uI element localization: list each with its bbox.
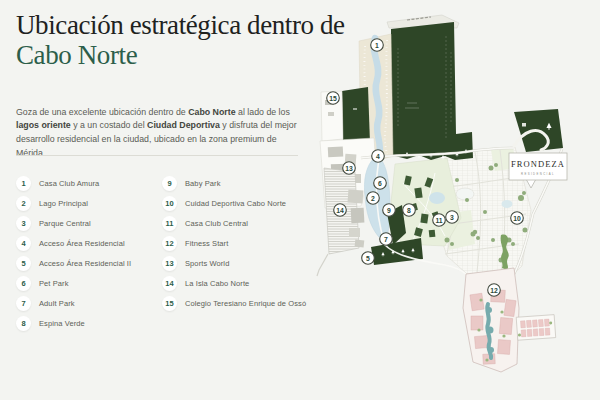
legend-number-chip: 4 bbox=[16, 236, 31, 251]
map-marker-5[interactable]: 5 bbox=[362, 252, 375, 265]
legend-number-chip: 14 bbox=[162, 276, 177, 291]
svg-text:15: 15 bbox=[329, 95, 337, 102]
legend-item-14: 14La Isla Cabo Norte bbox=[162, 276, 308, 291]
legend-item-3: 3Parque Central bbox=[16, 216, 162, 231]
map-marker-15[interactable]: 15 bbox=[327, 92, 340, 105]
legend-item-8: 8Espina Verde bbox=[16, 316, 162, 331]
intro-text: y a un costado del bbox=[71, 120, 147, 130]
svg-text:7: 7 bbox=[384, 236, 388, 243]
legend-item-10: 10Cuidad Deportiva Cabo Norte bbox=[162, 196, 308, 211]
site-map: FRONDEZA RESIDENCIAL 1234567891011121314… bbox=[295, 8, 585, 380]
legend-item-label: Casa Club Amura bbox=[39, 179, 99, 188]
map-south-band bbox=[371, 238, 423, 265]
frondeza-label-title: FRONDEZA bbox=[511, 159, 565, 169]
legend-item-4: 4Acceso Área Residencial bbox=[16, 236, 162, 251]
svg-text:14: 14 bbox=[336, 207, 344, 214]
legend-item-label: Espina Verde bbox=[39, 319, 85, 328]
legend-number-chip: 9 bbox=[162, 176, 177, 191]
legend-item-11: 11Casa Club Central bbox=[162, 216, 308, 231]
intro-bold-text: lagos oriente bbox=[16, 120, 71, 130]
intro-bold-text: Ciudad Deportiva bbox=[147, 120, 220, 130]
legend-number-chip: 13 bbox=[162, 256, 177, 271]
legend-item-label: Sports World bbox=[185, 259, 229, 268]
map-golf-area bbox=[391, 22, 473, 160]
amenities-legend: 1Casa Club Amura2Lago Principal3Parque C… bbox=[16, 176, 308, 336]
map-marker-13[interactable]: 13 bbox=[343, 162, 356, 175]
legend-item-label: Adult Park bbox=[39, 299, 75, 308]
map-west-green-block bbox=[342, 87, 370, 145]
legend-item-label: Lago Principal bbox=[39, 199, 88, 208]
legend-number-chip: 11 bbox=[162, 216, 177, 231]
legend-number-chip: 2 bbox=[16, 196, 31, 211]
legend-item-label: Parque Central bbox=[39, 219, 91, 228]
legend-item-13: 13Sports World bbox=[162, 256, 308, 271]
legend-number-chip: 5 bbox=[16, 256, 31, 271]
map-marker-2[interactable]: 2 bbox=[367, 192, 380, 205]
frondeza-parcel bbox=[514, 109, 563, 152]
svg-text:8: 8 bbox=[407, 207, 411, 214]
map-marker-10[interactable]: 10 bbox=[511, 212, 524, 225]
map-marker-6[interactable]: 6 bbox=[374, 177, 387, 190]
legend-column: 1Casa Club Amura2Lago Principal3Parque C… bbox=[16, 176, 162, 336]
map-marker-12[interactable]: 12 bbox=[488, 284, 501, 297]
legend-item-15: 15Colegio Teresiano Enrique de Ossó bbox=[162, 296, 308, 311]
frondeza-label-subtitle: RESIDENCIAL bbox=[521, 172, 555, 176]
legend-item-label: La Isla Cabo Norte bbox=[185, 279, 249, 288]
legend-item-9: 9Baby Park bbox=[162, 176, 308, 191]
legend-item-label: Baby Park bbox=[185, 179, 221, 188]
legend-item-label: Casa Club Central bbox=[185, 219, 248, 228]
svg-text:3: 3 bbox=[450, 214, 454, 221]
legend-number-chip: 3 bbox=[16, 216, 31, 231]
map-marker-14[interactable]: 14 bbox=[334, 204, 347, 217]
map-marker-1[interactable]: 1 bbox=[371, 39, 384, 52]
legend-item-6: 6Pet Park bbox=[16, 276, 162, 291]
svg-text:2: 2 bbox=[371, 195, 375, 202]
svg-text:9: 9 bbox=[387, 207, 391, 214]
legend-item-label: Acceso Área Residencial bbox=[39, 239, 125, 248]
svg-text:6: 6 bbox=[378, 180, 382, 187]
svg-text:5: 5 bbox=[366, 255, 370, 262]
legend-number-chip: 8 bbox=[16, 316, 31, 331]
legend-item-5: 5Acceso Área Residencial II bbox=[16, 256, 162, 271]
legend-item-2: 2Lago Principal bbox=[16, 196, 162, 211]
map-marker-8[interactable]: 8 bbox=[403, 204, 416, 217]
legend-item-1: 1Casa Club Amura bbox=[16, 176, 162, 191]
svg-text:1: 1 bbox=[375, 42, 379, 49]
map-marker-7[interactable]: 7 bbox=[380, 233, 393, 246]
legend-number-chip: 12 bbox=[162, 236, 177, 251]
legend-number-chip: 15 bbox=[162, 296, 177, 311]
map-pink-zone bbox=[463, 268, 519, 372]
legend-item-label: Colegio Teresiano Enrique de Ossó bbox=[185, 299, 306, 308]
svg-text:11: 11 bbox=[435, 217, 442, 224]
svg-text:10: 10 bbox=[513, 215, 521, 222]
legend-number-chip: 1 bbox=[16, 176, 31, 191]
legend-number-chip: 7 bbox=[16, 296, 31, 311]
svg-text:12: 12 bbox=[490, 287, 498, 294]
map-marker-11[interactable]: 11 bbox=[433, 214, 446, 227]
legend-number-chip: 6 bbox=[16, 276, 31, 291]
intro-paragraph: Goza de una excelente ubicación dentro d… bbox=[16, 106, 304, 161]
legend-item-label: Pet Park bbox=[39, 279, 69, 288]
map-marker-3[interactable]: 3 bbox=[446, 211, 459, 224]
map-east-wing bbox=[516, 315, 556, 341]
legend-item-label: Fitness Start bbox=[185, 239, 228, 248]
intro-text: al lado de los bbox=[236, 107, 290, 117]
svg-text:13: 13 bbox=[345, 165, 353, 172]
legend-number-chip: 10 bbox=[162, 196, 177, 211]
legend-item-7: 7Adult Park bbox=[16, 296, 162, 311]
map-marker-9[interactable]: 9 bbox=[383, 204, 396, 217]
site-map-container: FRONDEZA RESIDENCIAL 1234567891011121314… bbox=[295, 8, 585, 380]
intro-text: Goza de una excelente ubicación dentro d… bbox=[16, 107, 188, 117]
legend-item-label: Cuidad Deportiva Cabo Norte bbox=[185, 199, 286, 208]
legend-column: 9Baby Park10Cuidad Deportiva Cabo Norte1… bbox=[162, 176, 308, 336]
map-marker-4[interactable]: 4 bbox=[372, 150, 385, 163]
svg-text:4: 4 bbox=[376, 153, 380, 160]
legend-item-label: Acceso Área Residencial II bbox=[39, 259, 131, 268]
intro-bold-text: Cabo Norte bbox=[188, 107, 235, 117]
legend-item-12: 12Fitness Start bbox=[162, 236, 308, 251]
section-divider bbox=[16, 155, 298, 156]
